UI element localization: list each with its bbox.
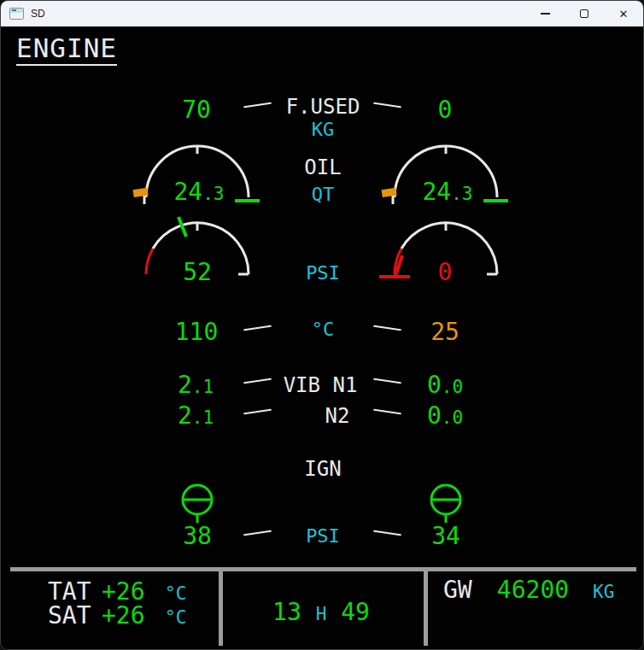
oil-temp-eng1: 110: [175, 320, 219, 344]
ecam-sd-engine-page: ENGINE 70 F.USED 0 KG 24.3 24.3 OIL QT: [1, 26, 643, 650]
oil-temp-eng2: 25: [430, 320, 460, 344]
dash: [373, 102, 401, 108]
ign-press-unit: PSI: [306, 527, 340, 546]
vib-n1-eng1: 2.1: [178, 373, 214, 397]
gw-value: 46200: [497, 578, 569, 602]
close-button[interactable]: ✕: [604, 1, 643, 26]
tat-value: +26: [102, 580, 145, 604]
fuel-used-eng2: 0: [438, 98, 453, 122]
maximize-icon: [580, 9, 588, 18]
dash: [373, 325, 401, 331]
tat-unit: °C: [165, 583, 186, 604]
oil-temp-unit: °C: [312, 320, 335, 339]
oil-press-eng2: 0: [438, 261, 453, 284]
gw-label: GW: [443, 578, 472, 602]
titlebar[interactable]: SD ✕: [1, 1, 643, 26]
oil-label: OIL: [304, 157, 341, 178]
oil-press-eng1: 52: [183, 261, 212, 284]
vib-n2-eng1: 2.1: [178, 404, 214, 428]
dash: [243, 530, 272, 536]
dash: [243, 102, 272, 108]
ign-press-eng2: 34: [431, 524, 460, 548]
gw-unit: KG: [593, 582, 614, 602]
maximize-button[interactable]: [565, 1, 604, 26]
close-icon: ✕: [619, 8, 629, 20]
fuel-used-label: F.USED: [286, 97, 360, 117]
fuel-used-unit: KG: [312, 120, 335, 139]
dash: [373, 409, 401, 415]
clock: 13 H 49: [272, 600, 370, 624]
vib-n1-label: VIB N1: [284, 375, 358, 395]
status-bar-divider-top: [10, 567, 636, 571]
starter-valve-eng1-icon: [180, 483, 216, 525]
oil-unit: QT: [312, 185, 335, 204]
page-title: ENGINE: [16, 35, 117, 66]
dash: [373, 378, 401, 384]
sat-value: +26: [102, 604, 145, 628]
dash: [373, 530, 401, 536]
sat-unit: °C: [165, 607, 186, 628]
dash: [243, 325, 272, 331]
vib-n2-label: N2: [325, 406, 350, 426]
minimize-icon: [541, 13, 550, 15]
sat-label: SAT: [48, 604, 91, 628]
oil-press-unit: PSI: [306, 264, 340, 283]
vib-n2-eng2: 0.0: [427, 404, 463, 428]
status-bar-divider-left: [219, 571, 223, 646]
minimize-button[interactable]: [525, 1, 565, 26]
oil-qty-eng1: 24.3: [173, 180, 224, 204]
fuel-used-eng1: 70: [182, 98, 211, 122]
starter-valve-eng2-icon: [429, 483, 465, 525]
ign-press-eng1: 38: [183, 524, 212, 548]
oil-qty-eng2: 24.3: [422, 180, 472, 204]
window-title: SD: [31, 8, 45, 20]
status-bar-divider-right: [424, 571, 428, 646]
ign-label: IGN: [304, 459, 341, 479]
dash: [243, 378, 272, 384]
vib-n1-eng2: 0.0: [427, 373, 463, 397]
tat-label: TAT: [48, 580, 91, 604]
app-window: SD ✕ ENGINE 70 F.USED 0 KG: [0, 0, 644, 650]
dash: [243, 409, 272, 415]
app-icon: [9, 8, 24, 20]
